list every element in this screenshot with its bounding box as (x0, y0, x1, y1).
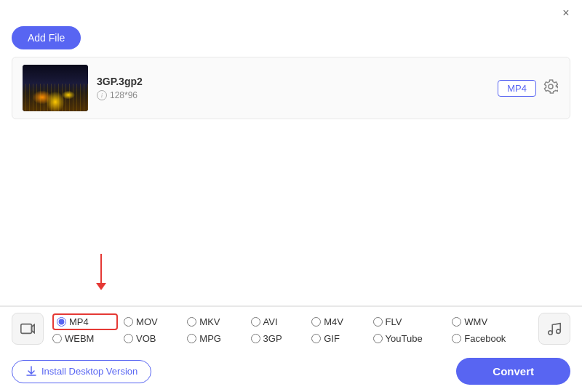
format-grid: MP4 MOV MKV AVI M4V FLV (52, 313, 530, 344)
gif-label[interactable]: GIF (324, 333, 340, 344)
avi-label[interactable]: AVI (263, 316, 278, 327)
arrow-line (100, 254, 102, 283)
video-icon (20, 321, 36, 337)
action-bar: Install Desktop Version Convert (0, 351, 582, 392)
mpg-radio[interactable] (187, 334, 196, 343)
webm-radio[interactable] (52, 334, 62, 343)
music-icon (546, 321, 562, 337)
format-mp4[interactable]: MP4 (52, 313, 118, 330)
format-section: MP4 MOV MKV AVI M4V FLV (0, 306, 582, 351)
file-meta: i 128*96 (97, 90, 489, 100)
format-webm[interactable]: WEBM (52, 333, 118, 344)
download-icon (25, 366, 37, 377)
format-mkv[interactable]: MKV (187, 316, 244, 327)
3gp-radio[interactable] (251, 334, 260, 343)
file-list-item: 3GP.3gp2 i 128*96 MP4 (12, 57, 570, 119)
settings-icon-button[interactable] (542, 78, 559, 99)
mpg-label[interactable]: MPG (199, 333, 221, 344)
mkv-label[interactable]: MKV (199, 316, 220, 327)
wmv-radio[interactable] (452, 317, 461, 327)
youtube-label[interactable]: YouTube (386, 333, 423, 344)
file-info: 3GP.3gp2 i 128*96 (97, 76, 489, 100)
avi-radio[interactable] (251, 317, 260, 327)
video-format-tab[interactable] (12, 313, 44, 345)
format-facebook[interactable]: Facebook (452, 333, 530, 344)
mp4-label[interactable]: MP4 (69, 316, 89, 327)
bottom-panel: MP4 MOV MKV AVI M4V FLV (0, 305, 582, 392)
format-avi[interactable]: AVI (251, 316, 306, 327)
format-flv[interactable]: FLV (373, 316, 447, 327)
toolbar: Add File (0, 23, 582, 57)
arrow-indicator (96, 254, 106, 290)
flv-radio[interactable] (373, 317, 383, 327)
flv-label[interactable]: FLV (386, 316, 402, 327)
format-3gp[interactable]: 3GP (251, 333, 306, 344)
3gp-label[interactable]: 3GP (263, 333, 282, 344)
youtube-radio[interactable] (373, 334, 383, 343)
file-name: 3GP.3gp2 (97, 76, 489, 87)
convert-button[interactable]: Convert (456, 358, 570, 385)
file-resolution: 128*96 (110, 90, 137, 100)
mov-radio[interactable] (124, 317, 133, 327)
format-gif[interactable]: GIF (311, 333, 367, 344)
svg-rect-0 (21, 324, 32, 334)
title-bar: × (0, 0, 582, 23)
format-m4v[interactable]: M4V (311, 316, 367, 327)
arrow-head (96, 283, 106, 290)
wmv-label[interactable]: WMV (464, 316, 487, 327)
svg-point-2 (557, 329, 561, 334)
vob-radio[interactable] (124, 334, 133, 343)
facebook-label[interactable]: Facebook (464, 333, 506, 344)
format-wmv[interactable]: WMV (452, 316, 530, 327)
facebook-radio[interactable] (452, 334, 461, 343)
format-vob[interactable]: VOB (124, 333, 181, 344)
file-actions: MP4 (498, 78, 559, 99)
mkv-radio[interactable] (187, 317, 196, 327)
format-youtube[interactable]: YouTube (373, 333, 447, 344)
install-button[interactable]: Install Desktop Version (12, 360, 151, 383)
close-button[interactable]: × (559, 6, 573, 20)
m4v-label[interactable]: M4V (324, 316, 343, 327)
info-icon: i (97, 90, 107, 100)
mov-label[interactable]: MOV (136, 316, 158, 327)
file-thumbnail (23, 65, 88, 111)
gif-radio[interactable] (311, 334, 321, 343)
audio-format-tab[interactable] (538, 313, 570, 345)
m4v-radio[interactable] (311, 317, 321, 327)
format-mpg[interactable]: MPG (187, 333, 244, 344)
thumbnail-image (23, 65, 88, 111)
gear-icon (543, 79, 558, 94)
vob-label[interactable]: VOB (136, 333, 156, 344)
svg-point-1 (549, 331, 553, 335)
webm-label[interactable]: WEBM (65, 333, 94, 344)
add-file-button[interactable]: Add File (12, 26, 81, 49)
format-badge-button[interactable]: MP4 (498, 80, 536, 97)
format-mov[interactable]: MOV (124, 316, 181, 327)
mp4-radio[interactable] (57, 317, 66, 327)
